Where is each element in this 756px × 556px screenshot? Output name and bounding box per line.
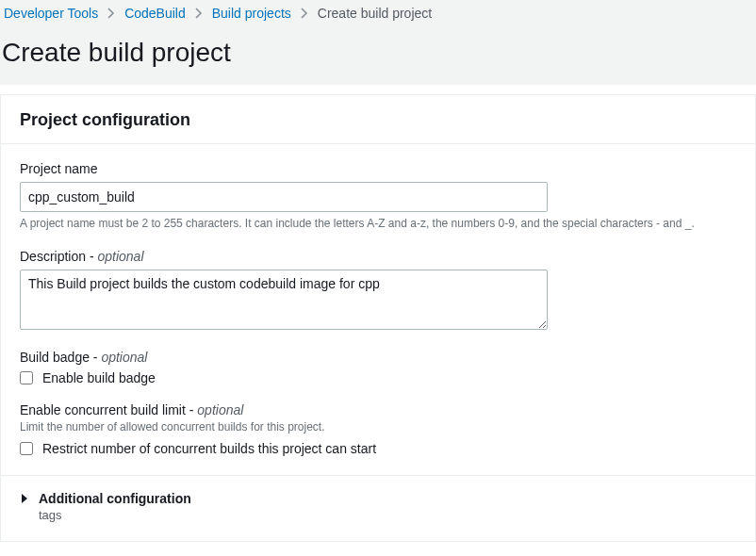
breadcrumb: Developer Tools CodeBuild Build projects… [0,0,756,26]
description-textarea[interactable] [20,270,548,330]
panel-header: Project configuration [1,95,755,144]
caret-right-icon [20,494,29,503]
concurrent-limit-label: Enable concurrent build limit - optional [20,402,736,417]
project-name-hint: A project name must be 2 to 255 characte… [20,216,736,232]
project-name-input[interactable] [20,182,548,212]
build-badge-group: Build badge - optional Enable build badg… [20,350,736,385]
build-badge-label: Build badge - optional [20,350,736,365]
concurrent-build-group: Enable concurrent build limit - optional… [20,402,736,456]
restrict-concurrent-checkbox[interactable] [20,442,33,455]
additional-configuration-title: Additional configuration [39,491,191,506]
build-badge-label-prefix: Build badge - [20,350,101,365]
breadcrumb-developer-tools[interactable]: Developer Tools [4,6,98,21]
project-name-label: Project name [20,161,736,176]
description-group: Description - optional [20,249,736,333]
chevron-right-icon [195,8,203,19]
concurrent-limit-hint: Limit the number of allowed concurrent b… [20,419,736,435]
additional-configuration-subtitle: tags [39,508,191,522]
breadcrumb-build-projects[interactable]: Build projects [212,6,291,21]
additional-configuration-toggle[interactable]: Additional configuration tags [20,489,736,524]
chevron-right-icon [107,8,115,19]
breadcrumb-current: Create build project [318,6,432,21]
project-configuration-panel: Project configuration Project name A pro… [0,94,756,542]
breadcrumb-codebuild[interactable]: CodeBuild [124,6,186,21]
enable-build-badge-checkbox[interactable] [20,371,33,384]
project-name-group: Project name A project name must be 2 to… [20,161,736,232]
chevron-right-icon [301,8,308,19]
description-label-prefix: Description - [20,249,97,264]
panel-title: Project configuration [20,110,736,130]
divider [1,475,755,476]
concurrent-label-prefix: Enable concurrent build limit - [20,402,197,417]
optional-text: optional [101,350,147,365]
page-title: Create build project [0,26,756,79]
restrict-concurrent-label[interactable]: Restrict number of concurrent builds thi… [42,441,376,456]
description-label: Description - optional [20,249,736,264]
optional-text: optional [97,249,143,264]
enable-build-badge-label[interactable]: Enable build badge [42,370,156,385]
optional-text: optional [197,402,243,417]
